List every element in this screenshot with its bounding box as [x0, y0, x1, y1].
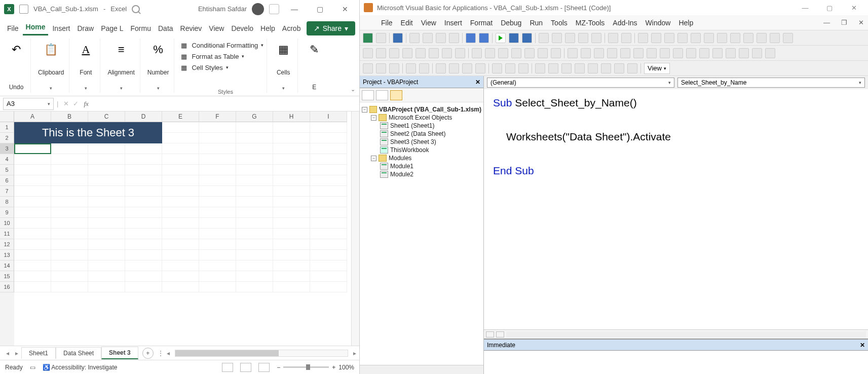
object-dropdown[interactable]: (General)▾ — [487, 78, 674, 88]
row-header-13[interactable]: 13 — [0, 250, 14, 260]
row-header-15[interactable]: 15 — [0, 271, 14, 282]
tb-c18[interactable] — [601, 63, 611, 73]
tab-formulas[interactable]: Formu — [128, 21, 154, 35]
col-header-H[interactable]: H — [273, 111, 310, 122]
cell-styles-button[interactable]: ▦Cell Styles▾ — [179, 63, 263, 72]
accessibility-status[interactable]: ♿ Accessibility: Investigate — [43, 364, 118, 371]
col-header-C[interactable]: C — [88, 111, 125, 122]
tab-review[interactable]: Reviev — [177, 21, 205, 35]
pagelayout-view-icon[interactable] — [258, 363, 270, 372]
tree-sheet2[interactable]: Sheet2 (Data Sheet) — [390, 130, 445, 137]
vbe-maximize-button[interactable]: ▢ — [819, 4, 840, 12]
tb-c16[interactable] — [575, 63, 585, 73]
vertical-scrollbar[interactable] — [351, 111, 359, 346]
tb-b27[interactable] — [712, 48, 723, 58]
tb-b20[interactable] — [620, 48, 630, 58]
mdi-minimize-icon[interactable]: — — [823, 19, 830, 26]
cells-icon[interactable]: ▦ — [274, 41, 292, 59]
toggle-folders-icon[interactable] — [390, 90, 402, 100]
row-header-16[interactable]: 16 — [0, 282, 14, 292]
row-header-3[interactable]: 3 — [0, 143, 14, 154]
macro-record-icon[interactable]: ▭ — [30, 364, 35, 371]
tb-b13[interactable] — [524, 48, 535, 58]
mdi-close-icon[interactable]: ✕ — [858, 19, 864, 26]
tb-b18[interactable] — [594, 48, 604, 58]
tb-a7[interactable] — [691, 33, 701, 43]
col-header-I[interactable]: I — [310, 111, 347, 122]
tb-a14[interactable] — [783, 33, 793, 43]
procedure-dropdown[interactable]: Select_Sheet_by_Name▾ — [677, 78, 865, 88]
vbe-close-button[interactable]: ✕ — [844, 4, 864, 12]
find-icon[interactable] — [449, 33, 459, 43]
tb-a12[interactable] — [757, 33, 767, 43]
merged-title-cell[interactable]: This is the Sheet 3 — [14, 122, 162, 143]
copy-icon[interactable] — [423, 33, 433, 43]
tb-c6[interactable] — [436, 63, 446, 73]
paste-icon[interactable] — [436, 33, 446, 43]
conditional-formatting-button[interactable]: ▦Conditional Formatting▾ — [179, 41, 263, 50]
redo-icon-vbe[interactable] — [479, 33, 489, 43]
tb-a6[interactable] — [677, 33, 688, 43]
tab-developer[interactable]: Develo — [228, 21, 256, 35]
tb-b6[interactable] — [429, 48, 439, 58]
tab-pagelayout[interactable]: Page L — [98, 21, 126, 35]
row-header-1[interactable]: 1 — [0, 122, 14, 133]
row-header-9[interactable]: 9 — [0, 207, 14, 218]
tb-b8[interactable] — [455, 48, 465, 58]
tab-help[interactable]: Help — [257, 21, 278, 35]
project-hscroll[interactable] — [360, 365, 483, 374]
tab-home[interactable]: Home — [23, 20, 49, 35]
tree-module2[interactable]: Module2 — [390, 171, 413, 178]
tree-sheet1[interactable]: Sheet1 (Sheet1) — [390, 122, 434, 129]
tb-a4[interactable] — [651, 33, 661, 43]
row-header-2[interactable]: 2 — [0, 133, 14, 143]
zoom-slider[interactable] — [283, 366, 329, 368]
object-browser-icon[interactable] — [578, 33, 588, 43]
format-as-table-button[interactable]: ▦Format as Table▾ — [179, 52, 263, 61]
tb-b3[interactable] — [389, 48, 399, 58]
reset-icon[interactable] — [522, 33, 532, 43]
clipboard-icon[interactable]: 📋 — [42, 41, 60, 59]
row-header-8[interactable]: 8 — [0, 197, 14, 207]
break-icon[interactable] — [509, 33, 519, 43]
insert-module-icon[interactable] — [376, 33, 386, 43]
tb-c5[interactable] — [419, 63, 429, 73]
tb-b15[interactable] — [551, 48, 561, 58]
save-icon[interactable] — [19, 5, 28, 14]
add-sheet-button[interactable]: + — [142, 348, 154, 359]
properties-icon[interactable] — [565, 33, 575, 43]
number-icon[interactable]: % — [149, 41, 167, 59]
menu-addins[interactable]: Add-Ins — [613, 19, 637, 27]
row-header-6[interactable]: 6 — [0, 175, 14, 186]
pagebreak-view-icon[interactable] — [240, 363, 251, 372]
row-header-10[interactable]: 10 — [0, 218, 14, 229]
formula-bar[interactable] — [92, 98, 359, 110]
tb-a5[interactable] — [664, 33, 674, 43]
tb-b22[interactable] — [647, 48, 657, 58]
immediate-window[interactable] — [484, 351, 868, 374]
procedure-view-icon[interactable] — [496, 331, 504, 338]
project-explorer-icon[interactable] — [552, 33, 562, 43]
tb-a1[interactable] — [608, 33, 618, 43]
tb-b17[interactable] — [581, 48, 591, 58]
sheet-nav-prev[interactable]: ◂ — [3, 350, 12, 357]
tb-c20[interactable] — [627, 63, 637, 73]
tb-b19[interactable] — [607, 48, 617, 58]
col-header-E[interactable]: E — [162, 111, 199, 122]
menu-window[interactable]: Window — [646, 19, 671, 27]
row-header-4[interactable]: 4 — [0, 154, 14, 165]
tb-b24[interactable] — [673, 48, 683, 58]
tb-c14[interactable] — [548, 63, 558, 73]
tb-b7[interactable] — [442, 48, 452, 58]
minimize-button[interactable]: — — [284, 5, 305, 13]
tb-b10[interactable] — [485, 48, 495, 58]
zoom-out-button[interactable]: − — [277, 364, 280, 371]
row-header-12[interactable]: 12 — [0, 239, 14, 250]
zoom-in-button[interactable]: + — [332, 364, 335, 371]
menu-edit[interactable]: Edit — [401, 19, 413, 27]
undo-icon[interactable]: ↶ — [7, 41, 25, 59]
sheet-tab-sheet3[interactable]: Sheet 3 — [101, 347, 138, 359]
tb-b26[interactable] — [699, 48, 709, 58]
menu-format[interactable]: Format — [470, 19, 493, 27]
font-icon[interactable]: A — [77, 41, 95, 59]
